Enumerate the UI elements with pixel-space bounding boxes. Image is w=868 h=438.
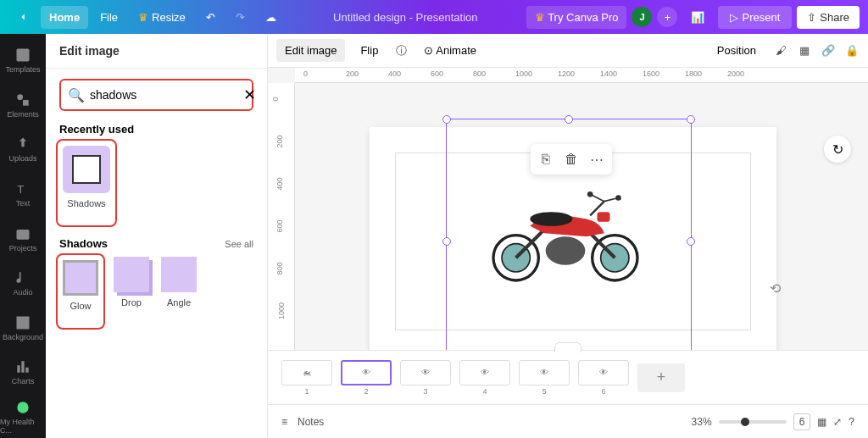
edit-panel: Edit image 🔍 ✕ Recently used Shadows Sha… bbox=[46, 34, 268, 438]
crown-icon: ♛ bbox=[535, 11, 545, 24]
svg-rect-2 bbox=[23, 100, 29, 106]
more-button[interactable]: ⋯ bbox=[585, 147, 609, 171]
search-icon: 🔍 bbox=[68, 87, 85, 103]
page-thumb-3[interactable]: 👁3 bbox=[400, 360, 451, 396]
shadows-title: ShadowsSee all bbox=[59, 237, 253, 250]
stage[interactable]: 0200400600800100012001400160018002000 02… bbox=[268, 68, 868, 350]
add-page-button[interactable]: + bbox=[637, 363, 685, 392]
cloud-button[interactable]: ☁ bbox=[257, 6, 285, 29]
recently-used-title: Recently used bbox=[59, 123, 253, 136]
page-thumb-1[interactable]: 🏍1 bbox=[281, 360, 332, 396]
home-button[interactable]: Home bbox=[41, 6, 88, 29]
sidebar-background[interactable]: Background bbox=[0, 306, 46, 349]
sidebar-charts[interactable]: Charts bbox=[0, 351, 46, 394]
effect-angle[interactable]: Angle bbox=[161, 257, 197, 326]
info-icon[interactable]: ⓘ bbox=[393, 43, 409, 58]
help-icon[interactable]: ? bbox=[849, 416, 854, 428]
page-thumb-6[interactable]: 👁6 bbox=[578, 360, 629, 396]
sidebar-elements[interactable]: Elements bbox=[0, 84, 46, 127]
svg-point-1 bbox=[17, 94, 23, 100]
svg-text:T: T bbox=[17, 183, 24, 196]
animate-icon: ⊙ bbox=[424, 44, 433, 57]
resize-button[interactable]: ♛Resize bbox=[130, 6, 194, 29]
context-toolbar: Edit image Flip ⓘ ⊙ Animate Position 🖌 ▦… bbox=[268, 34, 868, 68]
back-button[interactable] bbox=[8, 6, 37, 28]
page-strip: 🏍1 👁2 👁3 👁4 👁5 👁6 + bbox=[268, 350, 868, 404]
try-pro-button[interactable]: ♛ Try Canva Pro bbox=[526, 6, 627, 29]
animate-button[interactable]: ⊙ Animate bbox=[415, 39, 485, 62]
share-button[interactable]: ⇧ Share bbox=[797, 6, 860, 29]
insights-button[interactable]: 📊 bbox=[682, 6, 713, 29]
see-all-link[interactable]: See all bbox=[225, 239, 253, 249]
lock-icon[interactable]: 🔒 bbox=[844, 43, 860, 58]
undo-button[interactable]: ↶ bbox=[198, 6, 224, 29]
link-icon[interactable]: 🔗 bbox=[821, 43, 836, 58]
page-thumb-2[interactable]: 👁2 bbox=[341, 360, 392, 396]
present-button[interactable]: ▷ Present bbox=[718, 6, 792, 29]
redo-button[interactable]: ↷ bbox=[227, 6, 253, 29]
notes-icon[interactable]: ≡ bbox=[281, 416, 287, 428]
sidebar-templates[interactable]: Templates bbox=[0, 39, 46, 82]
sidebar-projects[interactable]: Projects bbox=[0, 217, 46, 260]
glow-highlight: Glow bbox=[59, 257, 102, 326]
crown-icon: ♛ bbox=[138, 11, 148, 24]
add-member-button[interactable]: + bbox=[657, 7, 677, 27]
sidebar-uploads[interactable]: Uploads bbox=[0, 128, 46, 171]
top-bar: Home File ♛Resize ↶ ↷ ☁ Untitled design … bbox=[0, 0, 868, 34]
refresh-button[interactable]: ↻ bbox=[824, 136, 851, 163]
panel-title: Edit image bbox=[46, 34, 267, 69]
duplicate-button[interactable]: ⎘ bbox=[534, 147, 558, 171]
search-input[interactable] bbox=[90, 88, 238, 102]
link-element-icon[interactable]: ⟲ bbox=[770, 280, 781, 297]
top-left: Home File ♛Resize ↶ ↷ ☁ bbox=[8, 6, 285, 29]
doc-title[interactable]: Untitled design - Presentation bbox=[285, 11, 526, 24]
delete-button[interactable]: 🗑 bbox=[559, 147, 583, 171]
svg-rect-4 bbox=[17, 230, 30, 240]
svg-point-6 bbox=[17, 402, 28, 413]
effect-shadows[interactable]: Shadows bbox=[63, 146, 110, 208]
file-button[interactable]: File bbox=[92, 6, 126, 29]
effect-drop[interactable]: Drop bbox=[114, 257, 149, 326]
search-box[interactable]: 🔍 ✕ bbox=[59, 79, 253, 111]
strip-tab[interactable] bbox=[554, 342, 581, 352]
grid-view-icon[interactable]: ▦ bbox=[817, 416, 826, 428]
notes-button[interactable]: Notes bbox=[298, 416, 324, 428]
ruler-horizontal: 0200400600800100012001400160018002000 bbox=[295, 68, 868, 83]
sidebar-audio[interactable]: Audio bbox=[0, 262, 46, 305]
position-button[interactable]: Position bbox=[709, 39, 765, 62]
floating-toolbar: ⎘ 🗑 ⋯ bbox=[531, 144, 612, 175]
top-right: ♛ Try Canva Pro J + 📊 ▷ Present ⇧ Share bbox=[526, 6, 860, 29]
edit-image-button[interactable]: Edit image bbox=[276, 39, 345, 62]
footer: ≡ Notes 33% 6 ▦ ⤢ ? bbox=[268, 404, 868, 438]
canvas-area: Edit image Flip ⓘ ⊙ Animate Position 🖌 ▦… bbox=[268, 34, 868, 438]
page-count: 6 bbox=[793, 413, 811, 430]
recent-shadows-highlight: Shadows bbox=[59, 142, 114, 224]
ruler-vertical: 02004006008001000 bbox=[268, 83, 295, 350]
page-thumb-4[interactable]: 👁4 bbox=[459, 360, 510, 396]
svg-rect-0 bbox=[17, 49, 30, 62]
page-thumb-5[interactable]: 👁5 bbox=[519, 360, 570, 396]
svg-rect-5 bbox=[17, 316, 30, 329]
effect-glow[interactable]: Glow bbox=[63, 260, 98, 311]
flip-button[interactable]: Flip bbox=[352, 39, 387, 62]
sidebar-app[interactable]: My Health C... bbox=[0, 396, 46, 439]
copy-style-icon[interactable]: 🖌 bbox=[773, 43, 788, 58]
sidebar-text[interactable]: TText bbox=[0, 173, 46, 216]
fullscreen-icon[interactable]: ⤢ bbox=[833, 416, 842, 428]
zoom-slider[interactable] bbox=[719, 420, 787, 424]
clear-icon[interactable]: ✕ bbox=[243, 86, 256, 104]
avatar[interactable]: J bbox=[632, 7, 652, 27]
sidebar: Templates Elements Uploads TText Project… bbox=[0, 34, 46, 438]
transparency-icon[interactable]: ▦ bbox=[797, 43, 812, 58]
zoom-value[interactable]: 33% bbox=[692, 416, 712, 428]
